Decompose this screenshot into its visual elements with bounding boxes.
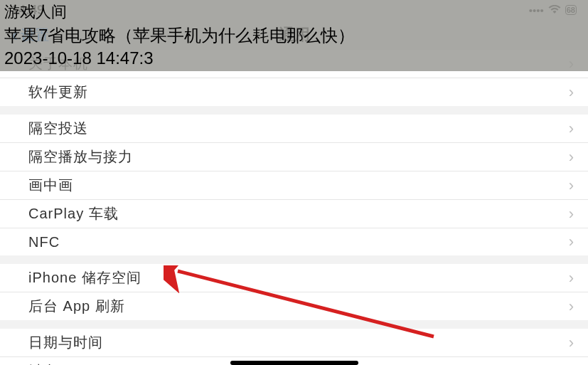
chevron-right-icon: › bbox=[569, 269, 574, 287]
chevron-right-icon: › bbox=[569, 297, 574, 316]
chevron-right-icon: › bbox=[569, 205, 574, 223]
settings-group: 隔空投送 › 隔空播放与接力 › 画中画 › CarPlay 车载 › NFC … bbox=[0, 115, 588, 255]
home-indicator[interactable] bbox=[230, 361, 358, 365]
row-label: 隔空投送 bbox=[28, 119, 88, 138]
row-label: 隔空播放与接力 bbox=[28, 147, 133, 166]
site-name: 游戏人间 bbox=[4, 1, 584, 23]
chevron-right-icon: › bbox=[569, 148, 574, 166]
row-label: CarPlay 车载 bbox=[28, 204, 119, 223]
row-iphone-storage[interactable]: iPhone 储存空间 › bbox=[0, 264, 588, 292]
article-overlay: 游戏人间 苹果7省电攻略（苹果手机为什么耗电那么快） 2023-10-18 14… bbox=[0, 0, 588, 71]
row-label: 后台 App 刷新 bbox=[28, 297, 125, 316]
row-label: iPhone 储存空间 bbox=[28, 268, 141, 287]
row-nfc[interactable]: NFC › bbox=[0, 228, 588, 255]
chevron-right-icon: › bbox=[569, 362, 574, 366]
row-label: NFC bbox=[28, 234, 60, 250]
row-date-time[interactable]: 日期与时间 › bbox=[0, 329, 588, 357]
chevron-right-icon: › bbox=[569, 120, 574, 138]
row-label: 日期与时间 bbox=[28, 333, 103, 352]
row-label: 软件更新 bbox=[28, 83, 88, 102]
row-pip[interactable]: 画中画 › bbox=[0, 171, 588, 200]
settings-content: 关于本机 › 软件更新 › 隔空投送 › 隔空播放与接力 › 画中画 › Car… bbox=[0, 50, 588, 365]
row-airplay-handoff[interactable]: 隔空播放与接力 › bbox=[0, 143, 588, 171]
row-carplay[interactable]: CarPlay 车载 › bbox=[0, 200, 588, 228]
article-date: 2023-10-18 14:47:3 bbox=[4, 48, 584, 68]
row-label: 键盘 bbox=[28, 361, 58, 365]
settings-group: 日期与时间 › 键盘 › 字体 › 语言与地区 › bbox=[0, 329, 588, 365]
row-background-app-refresh[interactable]: 后台 App 刷新 › bbox=[0, 292, 588, 320]
chevron-right-icon: › bbox=[569, 334, 574, 352]
chevron-right-icon: › bbox=[569, 176, 574, 195]
chevron-right-icon: › bbox=[569, 83, 574, 102]
row-airdrop[interactable]: 隔空投送 › bbox=[0, 115, 588, 143]
article-title: 苹果7省电攻略（苹果手机为什么耗电那么快） bbox=[4, 24, 584, 47]
row-label: 画中画 bbox=[28, 176, 73, 195]
settings-group: iPhone 储存空间 › 后台 App 刷新 › bbox=[0, 264, 588, 320]
chevron-right-icon: › bbox=[569, 233, 574, 251]
row-software-update[interactable]: 软件更新 › bbox=[0, 78, 588, 106]
